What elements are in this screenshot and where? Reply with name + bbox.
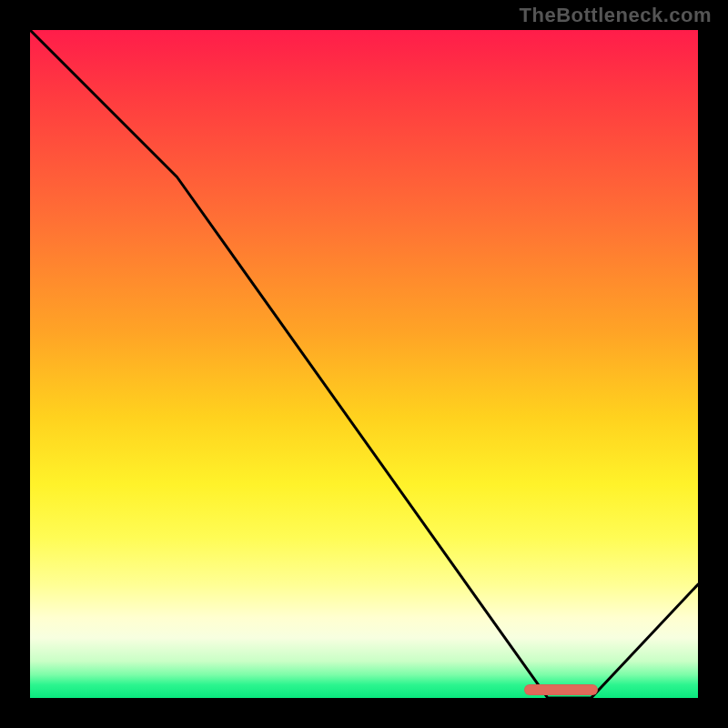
bottleneck-curve [30,30,698,698]
plot-area [30,30,698,698]
attribution-label: TheBottleneck.com [520,4,712,27]
optimal-range-marker [524,684,598,695]
chart-container: TheBottleneck.com [0,0,728,728]
